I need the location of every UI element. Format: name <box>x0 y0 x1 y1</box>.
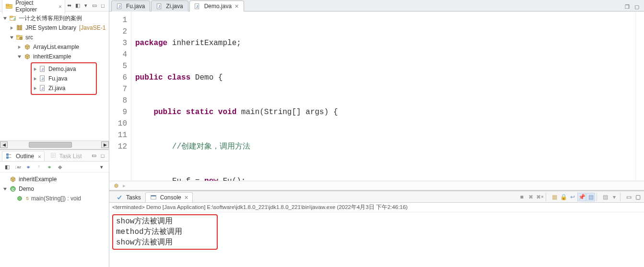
line-number-gutter: 1 2 3 4 5 6 7 8 9 10 11 12 <box>109 12 131 181</box>
java-file-icon: J <box>39 75 47 82</box>
outline-pkg-label: inheritExample <box>19 174 57 184</box>
close-icon[interactable]: ✕ <box>234 3 239 10</box>
tab-console[interactable]: Console ✕ <box>145 192 193 202</box>
outline-tab[interactable]: Outline ✕ <box>2 151 45 161</box>
terminate-icon[interactable]: ■ <box>517 193 526 201</box>
console-line: show方法被调用 <box>116 216 214 227</box>
maximize-icon[interactable]: ▢ <box>633 193 642 201</box>
project-explorer-tab[interactable]: Project Explorer ✕ <box>2 0 65 14</box>
hide-static-icon[interactable]: ˢ <box>35 163 43 171</box>
editor-tab-fu[interactable]: J Fu.java <box>111 0 150 12</box>
scroll-lock-icon[interactable]: 🔒 <box>559 193 568 201</box>
expander-open-icon[interactable] <box>2 186 8 192</box>
close-icon[interactable]: ✕ <box>38 153 41 160</box>
java-file-icon: J <box>39 65 47 73</box>
tasks-icon <box>116 194 123 201</box>
tree-file-demo[interactable]: J Demo.java <box>33 64 95 74</box>
file-label: Fu.java <box>48 74 67 83</box>
svg-rect-5 <box>17 25 19 30</box>
new-console-menu-icon[interactable]: ▾ <box>610 193 619 201</box>
view-menu-icon[interactable]: ▾ <box>97 163 106 171</box>
outline-method[interactable]: S main(String[]) : void <box>1 194 108 203</box>
tree-pkg-inherit[interactable]: inheritExample <box>1 52 108 61</box>
close-icon[interactable]: ✕ <box>184 195 188 201</box>
explorer-horizontal-scrollbar[interactable]: ◀ ▶ <box>0 140 109 149</box>
svg-text:J: J <box>13 17 15 21</box>
editor-breadcrumb[interactable]: ▸ <box>109 181 644 190</box>
expander-open-icon[interactable] <box>2 15 8 21</box>
word-wrap-icon[interactable]: ↩ <box>568 193 577 201</box>
tree-file-zi[interactable]: J Zi.java <box>33 83 95 93</box>
editor-tab-demo[interactable]: J Demo.java ✕ <box>189 0 244 12</box>
svg-point-10 <box>20 37 23 40</box>
focus-icon[interactable]: ◧ <box>3 163 12 171</box>
restore-icon[interactable]: ❐ <box>623 2 632 11</box>
link-with-editor-icon[interactable]: ⬌ <box>65 1 73 10</box>
expander-closed-icon[interactable] <box>33 85 37 91</box>
expander-closed-icon[interactable] <box>33 66 37 72</box>
tasklist-icon <box>49 151 57 159</box>
expander-closed-icon[interactable] <box>33 76 37 81</box>
overview-ruler[interactable] <box>635 12 644 181</box>
maximize-icon[interactable]: □ <box>98 151 107 160</box>
java-project-icon: J <box>9 14 17 22</box>
expander-closed-icon[interactable] <box>16 44 22 50</box>
remove-launch-icon[interactable]: ✖ <box>527 193 535 201</box>
tab-tasks[interactable]: Tasks <box>111 192 145 202</box>
editor-tab-zi[interactable]: J Zi.java <box>151 0 188 12</box>
svg-text:J: J <box>158 4 160 8</box>
svg-rect-18 <box>7 154 9 156</box>
maximize-icon[interactable]: □ <box>99 1 107 10</box>
minimize-icon[interactable]: ▭ <box>90 1 98 10</box>
tab-label: Fu.java <box>126 3 145 10</box>
svg-rect-7 <box>21 25 22 30</box>
scroll-right-icon[interactable]: ▶ <box>101 141 109 148</box>
clear-console-icon[interactable]: ▦ <box>550 193 559 201</box>
outline-tree[interactable]: inheritExample C Demo S main(String[]) :… <box>0 173 109 267</box>
display-selected-console-icon[interactable]: ▤ <box>586 193 595 201</box>
expander-open-icon[interactable] <box>16 54 22 59</box>
remove-all-icon[interactable]: ✖✖ <box>536 193 544 201</box>
tree-pkg-arraylist[interactable]: ArrayList.example <box>1 42 108 52</box>
src-label: src <box>25 33 33 42</box>
hide-non-public-icon[interactable]: ● <box>45 163 54 171</box>
sort-icon[interactable]: ↓az <box>13 163 22 171</box>
focus-task-icon[interactable]: ◧ <box>73 1 82 10</box>
scroll-thumb[interactable] <box>29 142 72 148</box>
pin-console-icon[interactable]: 📌 <box>577 193 586 201</box>
maximize-icon[interactable]: ▢ <box>632 2 641 11</box>
jre-label: JRE System Library <box>25 23 76 33</box>
minimize-icon[interactable]: ▭ <box>90 151 98 160</box>
class-icon: C <box>9 185 17 193</box>
expander-closed-icon[interactable] <box>9 25 14 31</box>
minimize-icon[interactable]: ▭ <box>624 193 633 201</box>
expander-open-icon[interactable] <box>9 35 14 40</box>
open-console-icon[interactable]: ▤ <box>601 193 609 201</box>
tree-src[interactable]: src <box>1 33 108 42</box>
tab-label: Zi.java <box>166 3 183 10</box>
bottom-tab-bar: Tasks Console ✕ ■ ✖ ✖✖ ▦ 🔒 ↩ 📌 ▤ <box>109 191 644 203</box>
tree-file-fu[interactable]: J Fu.java <box>33 74 95 83</box>
tasklist-tab-dim[interactable]: Task List <box>49 151 82 160</box>
tree-jre[interactable]: JRE System Library [JavaSE-1 <box>1 23 108 33</box>
package-icon <box>23 43 31 51</box>
hide-fields-icon[interactable]: ● <box>24 163 33 171</box>
package-icon <box>112 182 120 189</box>
console-output[interactable]: show方法被调用 method方法被调用 show方法被调用 <box>109 212 644 267</box>
project-explorer-tree[interactable]: J 一计之长博客用到的案例 JRE System Library [JavaSE… <box>0 12 109 140</box>
code-content[interactable]: package inheritExample; public class Dem… <box>131 12 635 181</box>
outline-pkg[interactable]: inheritExample <box>1 174 108 184</box>
tree-project[interactable]: J 一计之长博客用到的案例 <box>1 13 108 23</box>
outline-icon <box>5 152 13 160</box>
console-status: <terminated> Demo [Java Application] E:\… <box>109 203 644 212</box>
code-editor[interactable]: 1 2 3 4 5 6 7 8 9 10 11 12 package inher… <box>109 12 644 181</box>
scroll-left-icon[interactable]: ◀ <box>0 141 8 148</box>
hide-local-icon[interactable]: ◆ <box>56 163 64 171</box>
view-menu-icon[interactable]: ▾ <box>82 1 90 10</box>
svg-text:J: J <box>41 77 43 81</box>
outline-class[interactable]: C Demo <box>1 184 108 194</box>
outline-toolbar: ◧ ↓az ● ˢ ● ◆ ▾ <box>0 162 109 173</box>
close-icon[interactable]: ✕ <box>59 3 62 10</box>
svg-text:J: J <box>118 4 120 8</box>
editor-tab-bar: J Fu.java J Zi.java J Demo.java ✕ ❐ ▢ <box>109 0 644 12</box>
